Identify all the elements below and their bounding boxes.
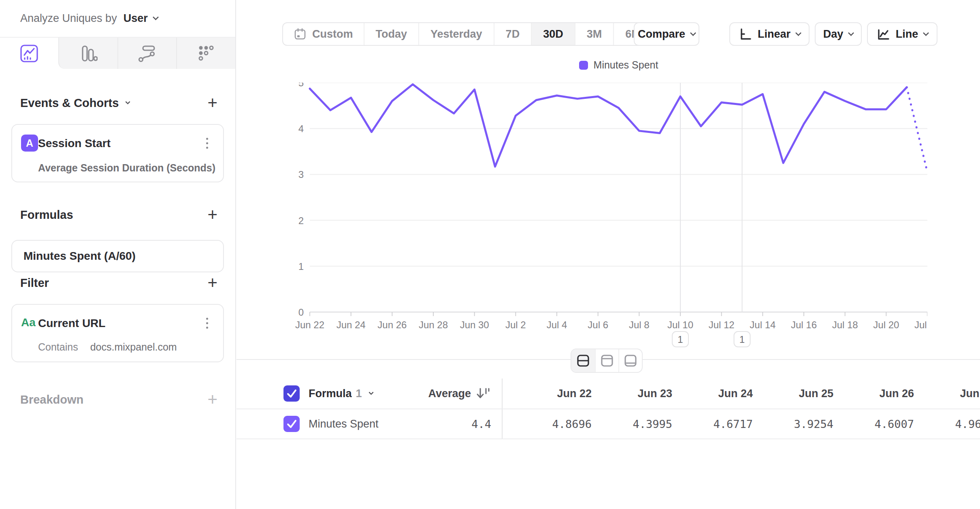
date-range-30d[interactable]: 30D	[531, 23, 575, 45]
scale-label: Linear	[758, 28, 790, 41]
filter-operator[interactable]: Contains	[38, 341, 78, 353]
formulas-section-title: Formulas	[20, 208, 73, 222]
report-type-tabs	[0, 38, 235, 69]
breakdown-section-title: Breakdown	[20, 393, 83, 406]
tab-funnels[interactable]	[58, 38, 117, 69]
y-axis-label: 2	[298, 215, 304, 226]
average-column-header[interactable]: Average	[428, 385, 491, 402]
column-header-jun-24[interactable]: Jun 24	[672, 387, 753, 400]
axis-icon	[738, 27, 752, 41]
column-header-jun-27[interactable]: Jun 27	[914, 387, 980, 400]
legend-swatch	[579, 61, 588, 70]
chart-view-button[interactable]	[595, 349, 618, 372]
x-axis-label: Jun 24	[337, 319, 366, 330]
analyze-label: Analyze Uniques by	[20, 12, 117, 25]
chevron-down-icon	[848, 30, 854, 36]
bar-chart-icon	[79, 44, 98, 63]
check-icon	[283, 416, 300, 432]
interval-label: Day	[823, 28, 844, 41]
x-axis-label: Jun 30	[460, 319, 489, 330]
compare-button[interactable]: Compare	[634, 22, 699, 46]
annotation-marker[interactable]: 1	[734, 331, 750, 347]
event-menu-button[interactable]	[200, 136, 214, 150]
date-range-custom[interactable]: Custom	[283, 23, 364, 45]
table-cell-value: 4.6717	[672, 418, 753, 430]
events-section-toggle[interactable]: Events & Cohorts	[20, 96, 130, 110]
group-label[interactable]: Formula	[309, 387, 352, 400]
filter-section-header: Filter +	[20, 272, 217, 293]
date-range-yesterday[interactable]: Yesterday	[418, 23, 494, 45]
add-filter-button[interactable]: +	[207, 274, 217, 291]
line-chart[interactable]: 012345Jun 22Jun 24Jun 26Jun 28Jun 30Jul …	[283, 83, 927, 350]
events-section-header: Events & Cohorts +	[20, 92, 217, 113]
chart-type-label: Line	[896, 28, 918, 41]
tab-insights[interactable]	[0, 38, 58, 69]
scale-dropdown[interactable]: Linear	[729, 22, 810, 46]
bottom-bar-layout-icon	[623, 353, 638, 368]
date-range-today[interactable]: Today	[364, 23, 419, 45]
table-cell-value: 4.6007	[833, 418, 914, 430]
formula-card[interactable]: Minutes Spent (A/60)	[11, 240, 224, 272]
chevron-down-icon	[152, 14, 159, 21]
events-section-title: Events & Cohorts	[20, 96, 119, 110]
analyze-by-dropdown[interactable]: User	[124, 12, 158, 25]
table-row-left: Minutes Spent 4.4	[236, 409, 503, 438]
x-axis-label: Jul 6	[588, 319, 608, 330]
select-all-checkbox[interactable]	[283, 385, 300, 402]
chevron-down-icon	[690, 30, 697, 36]
filter-value[interactable]: docs.mixpanel.com	[90, 341, 177, 353]
event-aggregation[interactable]: Average Session Duration (Seconds)	[38, 162, 215, 174]
analyze-by-value: User	[124, 12, 148, 25]
check-icon	[283, 385, 300, 402]
chart-legend: Minutes Spent	[310, 59, 927, 71]
event-card[interactable]: A Session Start Average Session Duration…	[11, 124, 224, 182]
add-breakdown-button[interactable]: +	[207, 391, 217, 408]
sort-descending-icon	[475, 385, 491, 402]
event-title: Session Start	[38, 137, 111, 150]
table-header-row: Formula 1 Average Jun 22Jun 23Jun 24Jun …	[236, 379, 980, 409]
column-header-jun-26[interactable]: Jun 26	[833, 387, 914, 400]
column-header-jun-25[interactable]: Jun 25	[753, 387, 833, 400]
column-header-jun-22[interactable]: Jun 22	[503, 387, 592, 400]
chevron-down-icon	[125, 99, 130, 105]
x-axis-label: Jul 20	[873, 319, 899, 330]
table-cell-value: 4.8696	[503, 418, 592, 430]
legend-item[interactable]: Minutes Spent	[594, 59, 658, 71]
date-range-7d[interactable]: 7D	[494, 23, 531, 45]
table-cell-value: 4.9640	[914, 418, 980, 430]
x-axis-label: Jul 2	[505, 319, 526, 330]
x-axis-label: Jun 22	[295, 319, 324, 330]
tab-flows[interactable]	[117, 38, 177, 69]
event-letter-badge: A	[21, 135, 38, 152]
interval-dropdown[interactable]: Day	[815, 22, 862, 46]
split-view-button[interactable]	[571, 349, 595, 372]
average-label: Average	[428, 387, 471, 400]
results-table: Formula 1 Average Jun 22Jun 23Jun 24Jun …	[236, 379, 980, 439]
add-event-button[interactable]: +	[207, 94, 217, 111]
series-line	[310, 84, 907, 167]
column-header-jun-23[interactable]: Jun 23	[592, 387, 672, 400]
chevron-down-icon	[923, 30, 929, 36]
filter-menu-button[interactable]	[200, 316, 214, 330]
add-formula-button[interactable]: +	[207, 206, 217, 223]
table-cell-value: 4.3995	[592, 418, 672, 430]
breakdown-section-header: Breakdown +	[20, 389, 217, 410]
row-checkbox[interactable]	[283, 416, 300, 432]
tab-retention[interactable]	[176, 38, 235, 69]
annotation-marker[interactable]: 1	[672, 331, 688, 347]
formulas-section-header: Formulas +	[20, 204, 217, 225]
compare-label: Compare	[638, 28, 685, 41]
table-view-button[interactable]	[618, 349, 642, 372]
chevron-down-icon	[795, 30, 802, 36]
x-axis-label: Jul 4	[547, 319, 567, 330]
x-axis-label: Jun 28	[419, 319, 448, 330]
y-axis-label: 1	[298, 261, 304, 272]
chart-type-dropdown[interactable]: Line	[867, 22, 937, 46]
x-axis-label: Jul 14	[750, 319, 775, 330]
analyze-uniques-row: Analyze Uniques by User	[0, 0, 235, 38]
y-axis-label: 4	[298, 123, 304, 134]
series-line-incomplete	[907, 87, 927, 172]
line-chart-icon	[20, 44, 38, 63]
filter-card[interactable]: Aa Current URL Contains docs.mixpanel.co…	[11, 304, 224, 362]
date-range-3m[interactable]: 3M	[575, 23, 614, 45]
